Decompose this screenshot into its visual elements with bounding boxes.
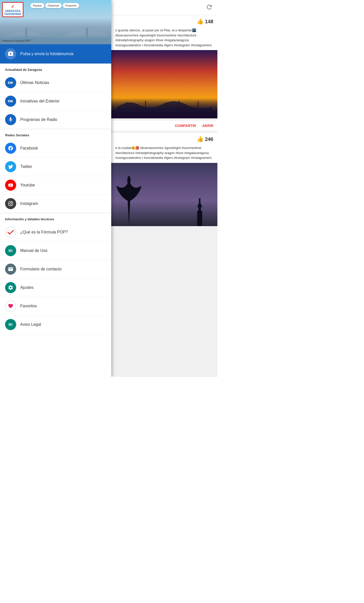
nav-ajustes[interactable]: Ajustes bbox=[0, 278, 111, 297]
nav-ultimas-noticias[interactable]: Últimas Noticias bbox=[0, 74, 111, 92]
nav-label-aviso: Aviso Legal bbox=[20, 322, 41, 327]
logo-line2: CIUDADANA bbox=[4, 12, 21, 15]
camera-icon bbox=[5, 48, 16, 59]
sunset-image bbox=[111, 50, 217, 118]
like-count-2: 👍 246 bbox=[197, 136, 213, 142]
svg-rect-1 bbox=[145, 101, 146, 108]
refresh-button[interactable] bbox=[205, 4, 213, 12]
like-number-1: 148 bbox=[205, 19, 213, 25]
svg-rect-0 bbox=[126, 102, 127, 108]
nav-iniciativas-exterior[interactable]: Iniciativas del Exterior bbox=[0, 92, 111, 111]
thumbs-up-icon-2: 👍 bbox=[197, 136, 203, 142]
svg-rect-2 bbox=[179, 100, 179, 108]
nav-label-contacto: Formulario de contacto bbox=[20, 267, 62, 271]
nav-label-favoritos: Favoritos bbox=[20, 304, 37, 308]
nav-youtube[interactable]: Youtube bbox=[0, 176, 111, 195]
nav-manual-uso[interactable]: Manual de Uso bbox=[0, 242, 111, 260]
bubble-proponer: Proponer bbox=[63, 3, 79, 8]
section-redes-header: Redes Sociales bbox=[0, 129, 111, 139]
night-image bbox=[111, 163, 217, 226]
feed-text-2: e la ciudad😄🎒 #buenasnoches #goodnight #… bbox=[111, 145, 217, 163]
nav-programas-radio[interactable]: Programas de Radio bbox=[0, 111, 111, 129]
nav-label-youtube: Youtube bbox=[20, 183, 35, 187]
facebook-icon bbox=[5, 143, 16, 154]
nav-label-instagram: Instagram bbox=[20, 201, 38, 206]
bubble-pasear: Pasear bbox=[30, 3, 44, 8]
svg-rect-7 bbox=[199, 198, 200, 202]
section-info-header: Información y detalles técnicos bbox=[0, 213, 111, 223]
megaphone-icon-1 bbox=[5, 77, 16, 88]
youtube-icon bbox=[5, 180, 16, 191]
nav-favoritos[interactable]: Favoritos bbox=[0, 297, 111, 315]
nav-facebook[interactable]: Facebook bbox=[0, 139, 111, 158]
settings-icon bbox=[5, 282, 16, 293]
app-header-banner: ✓ ZARAGOZA CIUDADANA Pasear Observar Pro… bbox=[0, 0, 111, 44]
like-number-2: 246 bbox=[205, 136, 213, 142]
nav-label-facebook: Facebook bbox=[20, 146, 38, 150]
feed-text-1: o guarda silencio, al pasar por el Pilar… bbox=[111, 28, 217, 50]
nav-label-manual: Manual de Uso bbox=[20, 248, 48, 253]
nav-label-ultimas-noticias: Últimas Noticias bbox=[20, 80, 49, 85]
feed-card-2: 👍 246 e la ciudad😄🎒 #buenasnoches #goodn… bbox=[111, 133, 217, 226]
legal-icon bbox=[5, 319, 16, 330]
open-button[interactable]: ABRIR bbox=[202, 124, 213, 128]
feed-panel: 👍 148 o guarda silencio, al pasar por el… bbox=[111, 0, 217, 377]
share-button[interactable]: COMPARTIR bbox=[175, 124, 196, 128]
microphone-icon bbox=[5, 114, 16, 125]
nav-formula-pop[interactable]: ¿Qué es la Fórmula POP? bbox=[0, 223, 111, 242]
svg-rect-8 bbox=[0, 35, 111, 37]
speech-bubbles: Pasear Observar Proponer bbox=[30, 3, 79, 8]
instagram-icon bbox=[5, 198, 16, 209]
megaphone-icon-2 bbox=[5, 96, 16, 107]
favorites-icon bbox=[5, 300, 16, 312]
svg-rect-10 bbox=[86, 28, 88, 37]
logo-line1: ZARAGOZA bbox=[5, 9, 20, 12]
contact-icon bbox=[5, 264, 16, 275]
nav-label-radio: Programas de Radio bbox=[20, 117, 57, 122]
like-count-1: 👍 148 bbox=[197, 18, 213, 25]
logo-checkmark: ✓ bbox=[11, 4, 15, 9]
nav-label-twitter: Twitter bbox=[20, 164, 32, 169]
nav-formulario-contacto[interactable]: Formulario de contacto bbox=[0, 260, 111, 278]
nav-aviso-legal[interactable]: Aviso Legal bbox=[0, 315, 111, 334]
nav-label-ajustes: Ajustes bbox=[20, 285, 33, 290]
formula-pop-icon bbox=[5, 227, 16, 238]
navigation-drawer: ✓ ZARAGOZA CIUDADANA Pasear Observar Pro… bbox=[0, 0, 111, 377]
svg-rect-4 bbox=[197, 211, 202, 226]
fotodenuncia-label: Pulsa y envía tu fotodenuncia bbox=[20, 52, 73, 56]
nav-instagram[interactable]: Instagram bbox=[0, 195, 111, 213]
svg-rect-3 bbox=[198, 101, 198, 108]
manual-icon bbox=[5, 245, 16, 256]
feed-card-2-header: 👍 246 bbox=[111, 133, 217, 145]
thumbs-up-icon-1: 👍 bbox=[197, 18, 203, 25]
feed-card-1: 👍 148 o guarda silencio, al pasar por el… bbox=[111, 15, 217, 118]
formula-text: Practica la Fórmula POP! bbox=[2, 39, 31, 42]
twitter-icon bbox=[5, 161, 16, 172]
section-actualidad-header: Actualidad de Zaragoza bbox=[0, 63, 111, 74]
svg-point-11 bbox=[6, 227, 16, 237]
feed-card-1-actions: COMPARTIR ABRIR bbox=[111, 120, 217, 131]
nav-twitter[interactable]: Twitter bbox=[0, 158, 111, 176]
svg-rect-9 bbox=[25, 28, 27, 37]
fotodenuncia-button[interactable]: Pulsa y envía tu fotodenuncia bbox=[0, 44, 111, 63]
nav-label-formula: ¿Qué es la Fórmula POP? bbox=[20, 230, 68, 234]
nav-label-iniciativas: Iniciativas del Exterior bbox=[20, 99, 60, 103]
feed-header bbox=[111, 0, 217, 15]
app-logo: ✓ ZARAGOZA CIUDADANA bbox=[2, 2, 24, 17]
feed-card-1-header: 👍 148 bbox=[111, 15, 217, 28]
bubble-observar: Observar bbox=[45, 3, 62, 8]
